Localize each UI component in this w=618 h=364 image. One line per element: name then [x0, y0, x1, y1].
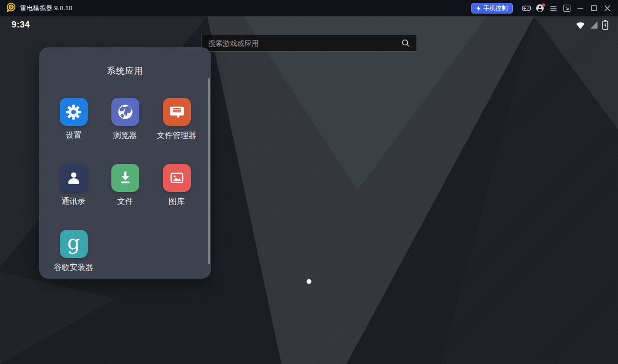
google-installer-app-icon[interactable]: g	[60, 230, 88, 258]
notification-dot	[542, 3, 545, 7]
app-browser[interactable]: 浏览器	[99, 98, 151, 164]
gear-icon	[65, 103, 82, 121]
app-label: 通讯录	[62, 196, 86, 207]
app-logo-icon	[6, 2, 16, 14]
person-icon	[65, 169, 83, 187]
cell-signal-icon	[589, 20, 599, 30]
phone-control-label: 手机控制	[484, 4, 508, 13]
letter-g-icon: g	[67, 233, 80, 253]
app-settings[interactable]: 设置	[48, 98, 99, 164]
maximize-icon	[589, 3, 599, 13]
folder-title: 系统应用	[39, 47, 211, 77]
android-home-screen[interactable]: 9:34 系统应用	[0, 16, 618, 364]
gamepad-button[interactable]	[520, 0, 533, 16]
settings-app-icon[interactable]	[60, 98, 88, 126]
globe-icon	[116, 102, 135, 121]
app-label: 浏览器	[113, 130, 137, 141]
files-app-icon[interactable]	[111, 164, 139, 192]
gallery-app-icon[interactable]	[163, 164, 191, 192]
folder-scrollbar[interactable]	[208, 78, 210, 264]
file-manager-app-icon[interactable]	[163, 98, 191, 126]
app-grid: 设置 浏览器	[48, 98, 202, 296]
search-icon[interactable]	[401, 38, 411, 48]
app-file-manager[interactable]: 文件管理器	[151, 98, 202, 164]
contacts-app-icon[interactable]	[60, 164, 88, 192]
browser-app-icon[interactable]	[111, 98, 139, 126]
status-bar-icons	[575, 20, 608, 30]
app-files[interactable]: 文件	[99, 164, 151, 230]
window-title: 雷电模拟器 9.0.10	[20, 4, 72, 13]
minimize-button[interactable]	[574, 0, 587, 16]
close-button[interactable]	[601, 0, 614, 16]
maximize-button[interactable]	[587, 0, 601, 16]
status-bar-clock: 9:34	[12, 20, 30, 30]
resize-window-button[interactable]	[560, 0, 574, 16]
app-label: 文件	[117, 196, 133, 207]
lightning-icon	[476, 5, 481, 12]
app-google-installer[interactable]: g 谷歌安装器	[48, 230, 99, 296]
minimize-icon	[576, 3, 585, 13]
app-label: 设置	[66, 130, 81, 141]
app-label: 谷歌安装器	[54, 262, 94, 273]
hamburger-menu-icon	[549, 3, 558, 13]
account-button[interactable]	[533, 0, 547, 16]
wifi-icon	[575, 20, 586, 30]
search-bar[interactable]	[201, 35, 417, 52]
emulator-window: 雷电模拟器 9.0.10 手机控制	[0, 0, 618, 364]
battery-charging-icon	[602, 20, 608, 30]
app-label: 图库	[169, 196, 185, 207]
titlebar: 雷电模拟器 9.0.10 手机控制	[0, 0, 618, 16]
app-gallery[interactable]: 图库	[151, 164, 202, 230]
system-apps-folder: 系统应用	[39, 47, 211, 279]
app-label: 文件管理器	[157, 130, 197, 141]
search-input[interactable]	[208, 39, 401, 47]
download-icon	[116, 169, 134, 187]
document-folder-icon	[168, 103, 186, 121]
menu-button[interactable]	[547, 0, 560, 16]
gamepad-icon	[521, 3, 532, 13]
resize-arrow-icon	[562, 3, 572, 13]
page-indicator-dot	[307, 279, 311, 284]
close-icon	[603, 3, 612, 13]
app-contacts[interactable]: 通讯录	[48, 164, 99, 230]
phone-control-button[interactable]: 手机控制	[471, 3, 513, 13]
image-icon	[168, 169, 186, 187]
